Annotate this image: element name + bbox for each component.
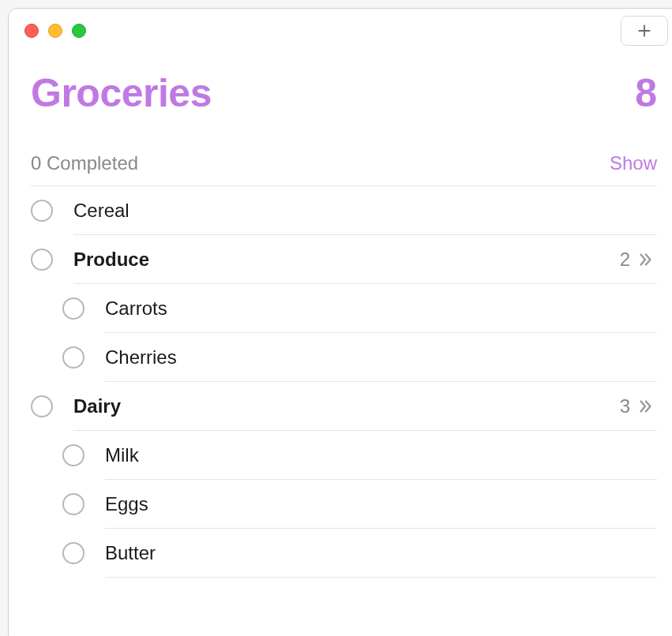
reminder-title[interactable]: Cereal (73, 200, 130, 222)
complete-toggle[interactable] (31, 200, 53, 222)
list-count: 8 (635, 70, 657, 116)
reminder-title[interactable]: Produce (73, 249, 149, 271)
complete-toggle[interactable] (62, 444, 84, 466)
reminder-content: Butter (105, 529, 657, 578)
show-completed-button[interactable]: Show (610, 152, 657, 174)
reminder-title[interactable]: Carrots (105, 297, 167, 320)
completed-count-text: 0 Completed (31, 152, 138, 174)
reminder-content: Produce2 (73, 235, 657, 284)
reminder-title[interactable]: Cherries (105, 346, 177, 369)
reminder-title[interactable]: Dairy (73, 395, 121, 417)
reminder-row[interactable]: Produce2 (31, 235, 657, 284)
maximize-window-button[interactable] (72, 24, 86, 38)
add-reminder-button[interactable] (621, 16, 668, 46)
reminder-content: Dairy3 (73, 382, 657, 431)
titlebar (9, 9, 672, 53)
complete-toggle[interactable] (62, 493, 84, 515)
reminder-row[interactable]: Milk (31, 431, 657, 480)
window-controls (24, 24, 86, 38)
subtask-meta[interactable]: 3 (620, 395, 654, 417)
reminder-title[interactable]: Milk (105, 444, 139, 466)
expand-subtasks-icon (636, 398, 654, 415)
subtask-meta[interactable]: 2 (620, 249, 654, 271)
complete-toggle[interactable] (62, 346, 84, 369)
minimize-window-button[interactable] (48, 24, 62, 38)
complete-toggle[interactable] (31, 395, 53, 417)
reminder-content: Cherries (105, 333, 657, 382)
reminder-content: Cereal (73, 186, 657, 235)
complete-toggle[interactable] (62, 542, 84, 564)
reminder-content: Carrots (105, 284, 657, 333)
reminder-row[interactable]: Dairy3 (31, 382, 657, 431)
reminder-row[interactable]: Butter (31, 529, 657, 578)
reminder-content: Milk (105, 431, 657, 480)
subtask-count: 2 (620, 249, 630, 271)
complete-toggle[interactable] (31, 249, 53, 271)
app-window: Groceries 8 0 Completed Show CerealProdu… (8, 8, 672, 636)
reminder-title[interactable]: Eggs (105, 493, 148, 515)
list-header: Groceries 8 (31, 70, 657, 116)
reminder-row[interactable]: Eggs (31, 480, 657, 529)
reminder-row[interactable]: Carrots (31, 284, 657, 333)
subtask-count: 3 (620, 395, 630, 417)
items-list: CerealProduce2CarrotsCherriesDairy3MilkE… (31, 186, 657, 578)
completed-row: 0 Completed Show (31, 152, 657, 186)
content-area: Groceries 8 0 Completed Show CerealProdu… (9, 53, 672, 578)
reminder-row[interactable]: Cereal (31, 186, 657, 235)
reminder-content: Eggs (105, 480, 657, 529)
expand-subtasks-icon (636, 251, 654, 268)
complete-toggle[interactable] (62, 297, 84, 320)
reminder-title[interactable]: Butter (105, 542, 156, 564)
plus-icon (636, 23, 652, 39)
reminder-row[interactable]: Cherries (31, 333, 657, 382)
list-title: Groceries (31, 70, 212, 116)
close-window-button[interactable] (24, 24, 39, 38)
